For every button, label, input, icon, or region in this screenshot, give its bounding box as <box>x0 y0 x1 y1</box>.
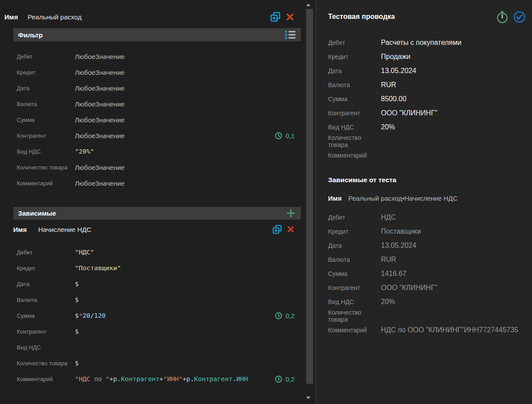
code-token: "ИНН" <box>163 375 183 382</box>
add-dependent-button[interactable] <box>286 208 296 218</box>
filter-menu-button[interactable] <box>284 30 296 40</box>
field-label: Комментарий <box>17 376 75 382</box>
delete-rule-button[interactable] <box>285 12 295 22</box>
field-label: Дебет <box>328 214 381 221</box>
field-label: Дебет <box>17 53 75 60</box>
field-value[interactable]: ЛюбоеЗначение <box>75 116 125 124</box>
code-token: "НДС по " <box>75 375 110 382</box>
field-label: Дата <box>17 281 75 287</box>
field-label: Сумма <box>328 270 381 277</box>
field-row: Кредит Продажи <box>328 50 525 64</box>
field-value[interactable]: Продажи <box>381 53 410 61</box>
field-label: Контрагент <box>17 328 75 335</box>
field-row: Сумма $*20/120 0,2 <box>17 308 295 323</box>
field-label: Вид НДС <box>328 298 381 305</box>
field-row: Комментарий ЛюбоеЗначение <box>17 175 295 191</box>
field-value[interactable]: $ <box>75 360 79 367</box>
code-token: р <box>113 375 117 382</box>
field-value[interactable]: "НДС по "+р.Контрагент+"ИНН"+р.Контраген… <box>75 375 248 382</box>
test-dependent-name-value: Реальный расход•Начисление НДС <box>348 195 458 202</box>
dependent-name-row: Имя Начисление НДС <box>13 223 295 235</box>
field-value[interactable]: ЛюбоеЗначение <box>75 180 125 187</box>
field-row: Контрагент $ <box>17 323 295 339</box>
duplicate-dependent-button[interactable] <box>272 224 282 235</box>
field-value[interactable]: $ <box>75 296 79 303</box>
field-row: Дебет ЛюбоеЗначение <box>17 48 295 64</box>
field-row: Кредит "Поставщики" <box>17 260 295 276</box>
field-value[interactable]: ЛюбоеЗначение <box>75 164 125 171</box>
code-token: "Поставщики" <box>75 264 121 272</box>
field-row: Комментарий <box>328 148 525 162</box>
field-value[interactable]: ЛюбоеЗначение <box>75 84 125 92</box>
field-row: Сумма 8500.00 <box>328 92 525 106</box>
field-label: Количество товара <box>17 360 75 367</box>
plus-icon <box>286 208 296 218</box>
field-value[interactable]: ЛюбоеЗначение <box>75 53 125 60</box>
copy-plus-icon <box>270 11 281 22</box>
scroll-up-button[interactable] <box>301 2 315 8</box>
field-value[interactable]: 20% <box>381 123 395 131</box>
field-value[interactable]: ЛюбоеЗначение <box>75 100 125 108</box>
field-value[interactable]: Расчеты с покупателями <box>381 39 462 47</box>
test-panel: Тестовая проводка Дебет <box>315 0 532 404</box>
code-token: 20/120 <box>82 312 105 319</box>
field-value[interactable]: $ <box>75 280 79 287</box>
dependent-name-value[interactable]: Начисление НДС <box>38 226 92 233</box>
code-token: $ <box>75 296 79 303</box>
field-label: Дата <box>328 67 381 74</box>
dependents-section-header: Зависимые <box>13 207 301 220</box>
field-value[interactable]: ООО "КЛИНИНГ" <box>381 109 437 117</box>
test-panel-title: Тестовая проводка <box>328 13 395 21</box>
close-x-icon <box>287 225 295 233</box>
field-value[interactable]: $*20/120 <box>75 312 106 319</box>
field-row: Контрагент ООО "КЛИНИНГ" <box>328 106 525 120</box>
field-label: Контрагент <box>17 132 75 139</box>
field-value[interactable]: "Поставщики" <box>75 264 121 272</box>
field-row: Контрагент ЛюбоеЗначение 0,1 <box>17 128 295 143</box>
scroll-down-button[interactable] <box>301 395 315 401</box>
rule-actions <box>270 11 295 22</box>
field-value: Поставщики <box>381 228 421 235</box>
dependents-section-title: Зависимые <box>18 209 56 217</box>
timer-badge: 0,2 <box>275 375 295 383</box>
field-value[interactable]: RUR <box>381 81 396 89</box>
code-token: + <box>110 375 114 382</box>
field-row: Дебет НДС <box>328 210 525 224</box>
vertical-scrollbar[interactable] <box>301 0 315 404</box>
app-window: Имя Реальный расход Фильтр <box>0 0 532 404</box>
rule-name-row: Имя Реальный расход <box>4 11 295 23</box>
clock-icon <box>275 375 282 383</box>
rule-name-value[interactable]: Реальный расход <box>28 13 82 21</box>
field-value[interactable]: 8500.00 <box>381 95 406 103</box>
field-value: 13.05.2024 <box>381 242 416 250</box>
field-label: Кредит <box>328 228 381 235</box>
field-row: Кредит ЛюбоеЗначение <box>17 64 295 80</box>
up-arrow-icon <box>306 4 310 6</box>
timer-badge: 0,1 <box>275 132 295 140</box>
duplicate-rule-button[interactable] <box>270 11 281 22</box>
field-row: Количество товара <box>328 134 525 148</box>
field-value[interactable]: $ <box>75 328 79 335</box>
field-row: Комментарий "НДС по "+р.Контрагент+"ИНН"… <box>17 371 295 387</box>
field-value[interactable]: "20%" <box>75 148 94 155</box>
code-token: . <box>117 375 121 382</box>
scrollbar-thumb[interactable] <box>306 9 313 384</box>
field-row: Вид НДС 20% <box>328 120 525 134</box>
field-label: Сумма <box>17 117 75 123</box>
field-label: Комментарий <box>17 180 75 187</box>
field-value[interactable]: "НДС" <box>75 249 94 256</box>
field-label: Валюта <box>17 101 75 107</box>
field-label: Дебет <box>17 249 75 256</box>
name-label: Имя <box>328 195 342 202</box>
field-value: НДС по ООО "КЛИНИНГ"ИНН7727445735 <box>381 326 518 334</box>
field-row: Валюта RUR <box>328 78 525 92</box>
field-value[interactable]: ЛюбоеЗначение <box>75 69 125 76</box>
apply-test-button[interactable] <box>513 11 526 23</box>
field-value[interactable]: 13.05.2024 <box>381 67 416 75</box>
run-test-button[interactable] <box>495 10 509 24</box>
field-label: Дата <box>328 242 381 249</box>
field-value[interactable]: ЛюбоеЗначение <box>75 132 125 140</box>
field-row: Дата 13.05.2024 <box>328 239 525 253</box>
code-token: . <box>190 375 194 382</box>
delete-dependent-button[interactable] <box>287 225 295 233</box>
